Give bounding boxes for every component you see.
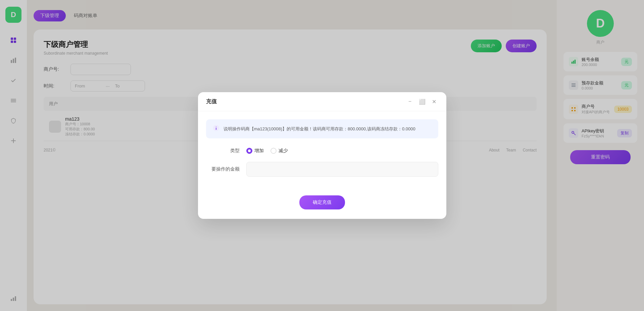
modal-close-btn[interactable]: ✕ bbox=[430, 98, 438, 106]
radio-increase-circle bbox=[246, 148, 252, 154]
recharge-modal: 充值 − ⬜ ✕ 说明操作码商【ma123(10008)】的可用金额！该码商可用… bbox=[198, 92, 446, 219]
amount-label: 要操作的金额 bbox=[206, 166, 240, 172]
info-banner-text: 说明操作码商【ma123(10008)】的可用金额！该码商可用存款：800.00… bbox=[224, 126, 415, 132]
info-banner-icon bbox=[213, 125, 219, 133]
modal-footer: 确定充值 bbox=[198, 193, 446, 219]
modal-title: 充值 bbox=[206, 98, 217, 105]
radio-decrease-label: 减少 bbox=[279, 148, 288, 154]
modal-header: 充值 − ⬜ ✕ bbox=[198, 92, 446, 111]
modal-controls: − ⬜ ✕ bbox=[406, 98, 438, 106]
amount-form-row: 要操作的金额 bbox=[206, 162, 438, 177]
modal-body: 说明操作码商【ma123(10008)】的可用金额！该码商可用存款：800.00… bbox=[198, 111, 446, 193]
radio-decrease-circle bbox=[270, 148, 277, 154]
info-banner: 说明操作码商【ma123(10008)】的可用金额！该码商可用存款：800.00… bbox=[206, 119, 438, 138]
type-form-row: 类型 增加 减少 bbox=[206, 148, 438, 154]
radio-increase[interactable]: 增加 bbox=[246, 148, 264, 154]
modal-minimize-btn[interactable]: − bbox=[406, 98, 414, 106]
confirm-recharge-button[interactable]: 确定充值 bbox=[299, 195, 345, 209]
type-radio-group: 增加 减少 bbox=[246, 148, 288, 154]
modal-maximize-btn[interactable]: ⬜ bbox=[418, 98, 426, 106]
modal-overlay: 充值 − ⬜ ✕ 说明操作码商【ma123(10008)】的可用金额！该码商可用… bbox=[0, 0, 644, 311]
radio-increase-label: 增加 bbox=[254, 148, 264, 154]
radio-decrease[interactable]: 减少 bbox=[270, 148, 288, 154]
amount-input[interactable] bbox=[246, 162, 438, 177]
type-label: 类型 bbox=[206, 148, 240, 154]
